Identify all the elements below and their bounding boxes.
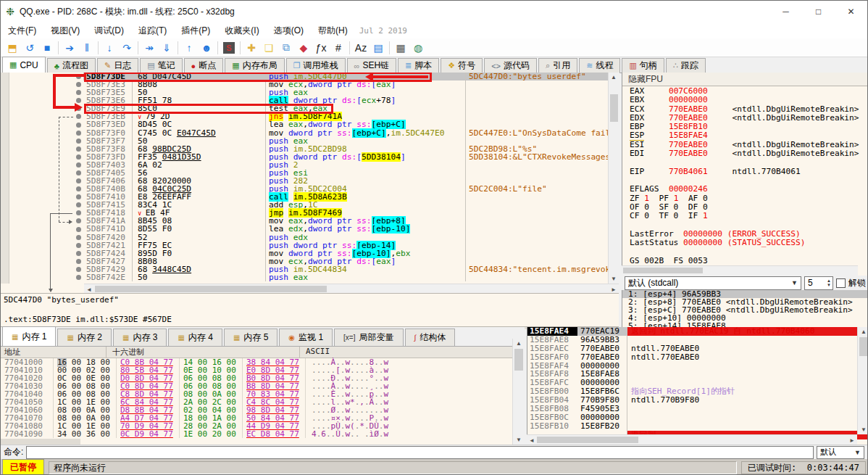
register-line[interactable] [622,158,868,167]
tab-cpu[interactable]: ▦CPU [2,57,46,73]
register-line[interactable]: EFLAGS 00000246 [622,185,868,194]
tab-breakpoints[interactable]: ●断点 [184,58,224,73]
breakpoint-dot[interactable] [76,259,81,264]
breakpoint-dot[interactable] [76,210,81,215]
register-line[interactable]: EBX 00000000 [622,96,868,104]
register-line[interactable]: EDX 770EABE0 <ntdll.DbgUiRemoteBreakin> [622,114,868,123]
case-icon[interactable]: Az [352,40,370,56]
breakpoint-dot[interactable] [76,243,81,248]
tab-notes[interactable]: ▤笔记 [140,58,182,73]
menu-插件(P)[interactable]: 插件(P) [174,23,217,38]
register-line[interactable]: ECX 770EABE0 <ntdll.DbgUiRemoteBreakin> [622,105,868,114]
register-line[interactable]: GS 002B FS 0053 [622,257,868,265]
stack-row[interactable]: 15E8FB1015E8FB20 [527,422,868,431]
stop-icon[interactable]: ■ [38,40,56,56]
stack-row[interactable]: 15E8FAF0770EABE0ntdll.770EABE0 [527,353,868,362]
open-file-icon[interactable]: ⬒ [4,40,21,56]
disasm-vertical-scrollbar[interactable]: ▲ ▼ [608,73,619,284]
run-to-user-icon[interactable]: ↠ [141,40,158,56]
breakpoint-dot[interactable] [76,235,81,240]
close-button[interactable]: ✕ [835,1,867,22]
tab-trace[interactable]: ∴跟踪 [666,58,706,73]
breakpoint-dot[interactable] [76,90,81,95]
unlock-checkbox[interactable] [836,278,846,288]
execute-till-return-icon[interactable]: ↑ [180,40,198,56]
breakpoint-dot[interactable] [76,275,81,280]
breakpoint-dot[interactable] [76,82,81,87]
hide-fpu-button[interactable]: 隐藏FPU [622,73,868,86]
tab-struct[interactable]: ∫结构体 [405,329,456,346]
comment-icon[interactable]: ❏ [260,40,277,56]
menu-文件(F)[interactable]: 文件(F) [1,23,43,38]
disasm-row[interactable]: 5D8F741D8D55 F0lea edx,dword ptr ss:[ebp… [1,225,619,233]
tab-dump-2[interactable]: ▦内存 2 [57,329,111,346]
menu-追踪(T)[interactable]: 追踪(T) [131,23,174,38]
stack-row[interactable]: 15E8FB0015E8FB6C指向SEH_Record[1]的指针 [527,387,868,396]
register-line[interactable] [622,176,868,185]
breakpoint-dot[interactable] [76,131,81,136]
breakpoint-dot[interactable] [76,251,81,256]
stack-row[interactable]: 15E8FB08F45905E3 [527,405,868,413]
register-line[interactable]: ZF 1 PF 1 AF 0 [622,194,868,203]
restart-icon[interactable]: ↺ [21,40,38,56]
tab-references[interactable]: ⌕引用 [538,58,577,73]
menu-选项(O)[interactable]: 选项(O) [267,23,311,38]
breakpoint-dot[interactable] [76,218,81,223]
register-line[interactable] [622,247,868,256]
dump-row[interactable]: 7704109034 00 36 000C D9 04 771E 00 20 0… [1,430,525,438]
arg-count-stepper[interactable]: 5 ▲▼ [804,276,833,290]
maximize-button[interactable]: □ [802,1,835,22]
register-line[interactable]: EBP 15E8FB10 [622,123,868,131]
tab-seh[interactable]: ∞SEH链 [347,58,397,73]
breakpoint-dot[interactable] [76,186,81,191]
disasm-horizontal-scrollbar[interactable]: ◄ ► [84,284,619,294]
tab-threads[interactable]: ≋线程 [579,58,620,73]
dump-horizontal-scrollbar[interactable] [1,439,80,445]
step-out-icon[interactable]: ⇓ [158,40,175,56]
disasm-row[interactable]: 5D8F73F0C745 0C E047C45Dmov dword ptr ss… [1,129,619,137]
stack-row[interactable]: 15E8FAF815E8FAE8 [527,370,868,379]
dump-vertical-scrollbar[interactable]: ▲ ▼ [512,339,525,445]
breakpoint-dot[interactable] [76,178,81,183]
register-line[interactable]: ESP 15E8FAE4 [622,131,868,140]
tab-dump-1[interactable]: ▦内存 1 [2,326,56,346]
disassembly-pane[interactable]: 5D8F73DE68 D047C45Dpush im.5DC447D05DC44… [1,73,619,284]
stack-row[interactable]: 15E8FAEC770EABE0ntdll.770EABE0 [527,344,868,353]
tab-symbols[interactable]: ❖符号 [441,58,483,73]
tab-locals[interactable]: [x=]局部变量 [334,329,403,346]
patch-icon[interactable]: ✚ [243,40,260,56]
breakpoint-dot[interactable] [76,74,81,79]
hash-icon[interactable]: # [330,40,347,56]
menu-视图(V)[interactable]: 视图(V) [43,23,87,38]
register-line[interactable]: ESI 770EABE0 <ntdll.DbgUiRemoteBreakin> [622,141,868,149]
pause-icon[interactable]: ‖ [78,40,96,56]
minimize-button[interactable]: ─ [769,1,802,22]
command-input[interactable] [26,446,814,459]
menu-收藏夹(I)[interactable]: 收藏夹(I) [217,23,266,38]
register-line[interactable]: CF 0 TF 0 IF 1 [622,212,868,220]
stack-horizontal-scrollbar[interactable]: ◄ ► [527,434,857,445]
stack-row[interactable]: 15E8FAE896A59BB3 [527,336,868,344]
tab-dump-4[interactable]: ▦内存 4 [168,329,222,346]
breakpoint-dot[interactable] [76,162,81,168]
menu-帮助(H)[interactable]: 帮助(H) [311,23,355,38]
tab-dump-3[interactable]: ▦内存 3 [113,329,167,346]
stack-row[interactable]: 15E8FAE4770EAC19返回到 ntdll.770EAC19 自 ntd… [527,327,868,336]
register-line[interactable]: LastStatus 00000000 (STATUS_SUCCESS) [622,239,868,247]
tab-call-stack[interactable]: ❐调用堆栈 [286,58,346,73]
stack-row[interactable]: 15E8FB04770B9F80ntdll.770B9F80 [527,396,868,405]
breakpoint-dot[interactable] [76,202,81,207]
stack-vertical-scrollbar[interactable]: ▲ ▼ [857,327,868,434]
tab-graph[interactable]: ♣流程图 [47,58,96,73]
report-icon[interactable]: ▤ [370,40,387,56]
calculator-icon[interactable]: ▦ [392,40,409,56]
register-line[interactable]: EIP 770B4061 ntdll.770B4061 [622,168,868,176]
breakpoint-dot[interactable] [76,114,81,119]
register-line[interactable]: EDI 770EABE0 <ntdll.DbgUiRemoteBreakin> [622,149,868,158]
user-step-icon[interactable]: ☻ [198,40,215,56]
breakpoint-dot[interactable] [76,123,81,128]
breakpoint-dot[interactable] [76,154,81,160]
registers-horizontal-scrollbar[interactable] [622,265,858,276]
label-icon[interactable]: ⧉ [277,40,295,56]
disasm-row[interactable]: 5D8F742E50push eax [1,273,619,281]
